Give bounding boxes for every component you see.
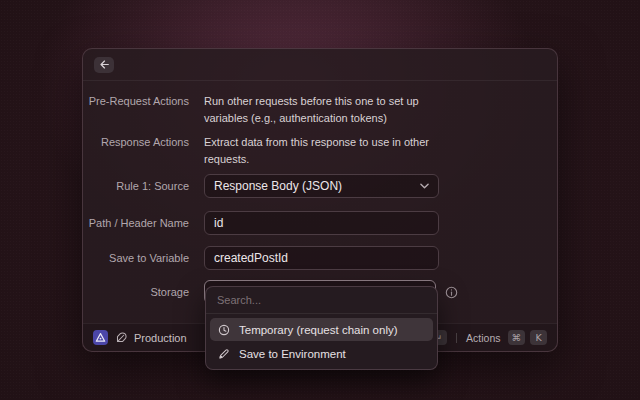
dropdown-option-label: Save to Environment: [239, 348, 346, 360]
path-header-name-label: Path / Header Name: [83, 217, 189, 229]
modal-header: [83, 49, 557, 81]
pre-request-actions-row: Pre-Request Actions Run other requests b…: [83, 93, 557, 126]
pen-icon: [218, 348, 230, 360]
arrow-left-icon: [99, 59, 110, 70]
actions-k-key: K: [530, 330, 547, 345]
pre-request-actions-description: Run other requests before this one to se…: [204, 93, 462, 126]
rule-source-label: Rule 1: Source: [83, 180, 189, 192]
environment-name: Production: [134, 332, 187, 344]
save-to-variable-label: Save to Variable: [83, 252, 189, 264]
actions-cmd-key: ⌘: [508, 330, 526, 345]
pre-request-actions-label: Pre-Request Actions: [83, 93, 189, 110]
dropdown-options: Temporary (request chain only) Save to E…: [206, 314, 437, 369]
path-header-name-input[interactable]: [204, 211, 439, 235]
info-icon: [445, 286, 458, 299]
actions-button[interactable]: Actions ⌘ K: [466, 330, 547, 345]
path-header-name-row: Path / Header Name: [83, 211, 557, 235]
rule-source-select[interactable]: Response Body (JSON): [204, 174, 439, 198]
dropdown-option-label: Temporary (request chain only): [239, 324, 398, 336]
chevron-down-icon: [420, 183, 429, 189]
clock-icon: [218, 324, 230, 336]
settings-form: Pre-Request Actions Run other requests b…: [83, 93, 557, 304]
dropdown-option-save-to-environment[interactable]: Save to Environment: [210, 342, 433, 365]
back-button[interactable]: [94, 57, 114, 73]
rule-source-row: Rule 1: Source Response Body (JSON): [83, 174, 557, 198]
dropdown-option-temporary[interactable]: Temporary (request chain only): [210, 318, 433, 341]
yaak-logo-icon: [93, 330, 108, 345]
dropdown-search: [206, 287, 437, 314]
response-actions-description: Extract data from this response to use i…: [204, 134, 462, 167]
response-actions-label: Response Actions: [83, 134, 189, 151]
storage-dropdown-menu: Temporary (request chain only) Save to E…: [205, 286, 438, 370]
storage-label: Storage: [83, 286, 189, 298]
footer-divider: [456, 333, 457, 343]
save-to-variable-row: Save to Variable: [83, 246, 557, 270]
environment-selector[interactable]: Production: [93, 330, 187, 345]
storage-info-button[interactable]: [444, 285, 459, 300]
dropdown-search-input[interactable]: [206, 287, 437, 313]
actions-label: Actions: [466, 332, 500, 344]
feather-icon: [115, 332, 127, 344]
save-to-variable-input[interactable]: [204, 246, 439, 270]
app-window: Pre-Request Actions Run other requests b…: [0, 0, 640, 400]
response-actions-row: Response Actions Extract data from this …: [83, 134, 557, 167]
rule-source-value: Response Body (JSON): [214, 179, 342, 193]
